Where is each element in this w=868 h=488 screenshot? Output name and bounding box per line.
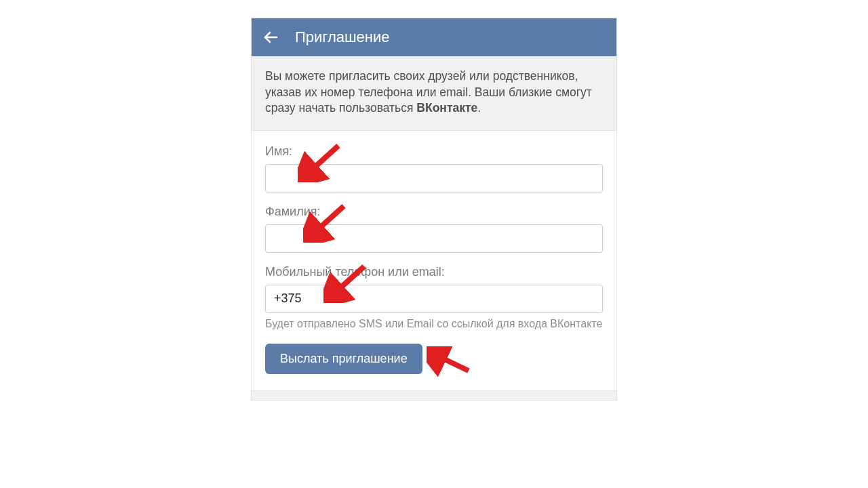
contact-hint: Будет отправлено SMS или Email со ссылко…	[265, 317, 603, 331]
invitation-screen: Приглашение Вы можете пригласить своих д…	[251, 18, 617, 401]
info-panel: Вы можете пригласить своих друзей или ро…	[252, 56, 616, 131]
footer-strip	[252, 390, 616, 400]
info-text: Вы можете пригласить своих друзей или ро…	[265, 68, 603, 117]
last-name-field: Фамилия:	[265, 205, 603, 253]
invitation-form: Имя: Фамилия: Мобильный телефон или emai…	[252, 131, 616, 390]
contact-field: Мобильный телефон или email: Будет отпра…	[265, 265, 603, 331]
info-text-suffix: .	[477, 101, 481, 115]
page-title: Приглашение	[295, 28, 390, 46]
first-name-input[interactable]	[265, 164, 603, 192]
first-name-field: Имя:	[265, 144, 603, 192]
annotation-arrow-icon	[427, 346, 474, 380]
contact-label: Мобильный телефон или email:	[265, 265, 603, 279]
first-name-label: Имя:	[265, 144, 603, 159]
last-name-label: Фамилия:	[265, 205, 603, 219]
last-name-input[interactable]	[265, 224, 603, 253]
svg-line-8	[437, 356, 469, 371]
info-text-bold: ВКонтакте	[416, 101, 477, 115]
contact-input[interactable]	[265, 285, 603, 313]
app-header: Приглашение	[252, 18, 616, 56]
back-icon[interactable]	[262, 29, 279, 45]
send-invitation-button[interactable]: Выслать приглашение	[265, 344, 422, 374]
